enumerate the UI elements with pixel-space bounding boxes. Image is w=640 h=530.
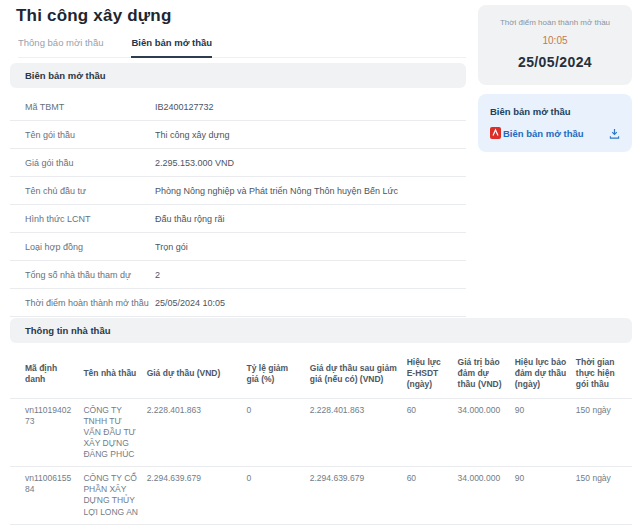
field-row-ma-tbmt: Mã TBMT IB2400127732: [10, 93, 466, 121]
table-header-row: Mã định danh Tên nhà thầu Giá dự thầu (V…: [10, 349, 632, 399]
field-row-tong-so-nha-thau: Tổng số nhà thầu tham dự 2: [10, 261, 466, 289]
cell-guarantee-validity: 90: [515, 399, 576, 467]
field-value: 2: [155, 270, 160, 280]
cell-contractor-id: vn1100615584: [10, 467, 83, 524]
column-header: Tỷ lệ giảm giá (%): [247, 349, 310, 399]
field-row-hinh-thuc-lcnt: Hình thức LCNT Đấu thầu rộng rãi: [10, 205, 466, 233]
document-row: Biên bản mở thầu: [490, 127, 620, 139]
tab-bar: Thông báo mời thầu Biên bản mở thầu: [18, 37, 466, 58]
field-row-loai-hop-dong: Loại hợp đồng Trọn gói: [10, 233, 466, 261]
bid-info-fields: Mã TBMT IB2400127732 Tên gói thầu Thi cô…: [10, 93, 466, 317]
download-icon[interactable]: [609, 128, 620, 139]
field-value: IB2400127732: [155, 102, 214, 112]
tab-thong-bao-moi-thau[interactable]: Thông báo mời thầu: [18, 37, 103, 57]
field-label: Tên chủ đầu tư: [25, 186, 155, 196]
cell-bid-price-after-discount: 2.294.639.679: [310, 467, 407, 524]
completion-date-value: 25/05/2024: [488, 54, 622, 70]
column-header: Hiệu lực bảo đảm dự thầu (ngày): [515, 349, 576, 399]
field-row-ten-chu-dau-tu: Tên chủ đầu tư Phòng Nông nghiệp và Phát…: [10, 177, 466, 205]
contractors-table: Mã định danh Tên nhà thầu Giá dự thầu (V…: [10, 349, 632, 525]
cell-ehsdt-validity: 60: [407, 467, 458, 524]
field-value: Thi công xây dựng: [155, 130, 230, 140]
table-row: vn1100615584 CÔNG TY CỔ PHẦN XÂY DỰNG TH…: [10, 467, 632, 524]
field-label: Tên gói thầu: [25, 130, 155, 140]
field-label: Mã TBMT: [25, 102, 155, 112]
document-card-title: Biên bản mở thầu: [490, 106, 620, 117]
section-header-bid-opening: Biên bản mở thầu: [10, 63, 466, 88]
field-value: Đấu thầu rộng rãi: [155, 214, 225, 224]
document-card: Biên bản mở thầu Biên bản mở thầu: [478, 94, 632, 152]
column-header: Giá dự thầu (VND): [147, 349, 247, 399]
bid-opening-panel: Biên bản mở thầu Mã TBMT IB2400127732 Tê…: [10, 63, 466, 317]
tab-bien-ban-mo-thau[interactable]: Biên bản mở thầu: [131, 37, 212, 58]
field-label: Loại hợp đồng: [25, 242, 155, 252]
table-row: vn1101940273 CÔNG TY TNHH TƯ VẤN ĐẦU TƯ …: [10, 399, 632, 467]
completion-time-value: 10:05: [488, 35, 622, 46]
completion-time-label: Thời điểm hoàn thành mở thầu: [488, 18, 622, 27]
field-label: Thời điểm hoàn thành mở thầu: [25, 298, 155, 308]
column-header: Tên nhà thầu: [83, 349, 146, 399]
field-label: Tổng số nhà thầu tham dự: [25, 270, 155, 280]
cell-guarantee-validity: 90: [515, 467, 576, 524]
field-row-thoi-diem-hoan-thanh: Thời điểm hoàn thành mở thầu 25/05/2024 …: [10, 289, 466, 317]
cell-discount-rate: 0: [247, 399, 310, 467]
column-header: Mã định danh: [10, 349, 83, 399]
column-header: Thời gian thực hiện gói thầu: [576, 349, 632, 399]
bid-opening-page: Thi công xây dựng Thông báo mời thầu Biê…: [0, 0, 640, 530]
field-value: 2.295.153.000 VND: [155, 158, 234, 168]
column-header: Giá trị bảo đảm dự thầu (VND): [458, 349, 515, 399]
right-sidebar: Thời điểm hoàn thành mở thầu 10:05 25/05…: [478, 5, 632, 152]
contractors-panel: Thông tin nhà thầu Mã định danh Tên nhà …: [10, 318, 632, 525]
cell-contractor-id: vn1101940273: [10, 399, 83, 467]
cell-guarantee-value: 34.000.000: [458, 467, 515, 524]
column-header: Hiệu lực E-HSDT (ngày): [407, 349, 458, 399]
cell-discount-rate: 0: [247, 467, 310, 524]
field-label: Hình thức LCNT: [25, 214, 155, 224]
cell-guarantee-value: 34.000.000: [458, 399, 515, 467]
field-label: Giá gói thầu: [25, 158, 155, 168]
page-title: Thi công xây dựng: [16, 6, 172, 26]
document-link-label: Biên bản mở thầu: [503, 128, 584, 139]
cell-ehsdt-validity: 60: [407, 399, 458, 467]
completion-time-card: Thời điểm hoàn thành mở thầu 10:05 25/05…: [478, 5, 632, 85]
cell-contractor-name: CÔNG TY TNHH TƯ VẤN ĐẦU TƯ XÂY DỰNG ĐĂNG…: [83, 399, 146, 467]
cell-bid-price: 2.228.401.863: [147, 399, 247, 467]
cell-execution-time: 150 ngày: [576, 467, 632, 524]
section-header-contractors: Thông tin nhà thầu: [10, 318, 632, 343]
field-row-ten-goi-thau: Tên gói thầu Thi công xây dựng: [10, 121, 466, 149]
field-value: Trọn gói: [155, 242, 188, 252]
field-value: Phòng Nông nghiệp và Phát triển Nông Thô…: [155, 186, 398, 196]
column-header: Giá dự thầu sau giảm giá (nếu có) (VND): [310, 349, 407, 399]
field-row-gia-goi-thau: Giá gói thầu 2.295.153.000 VND: [10, 149, 466, 177]
cell-bid-price-after-discount: 2.228.401.863: [310, 399, 407, 467]
bid-opening-report-link[interactable]: Biên bản mở thầu: [490, 127, 584, 139]
field-value: 25/05/2024 10:05: [155, 298, 225, 308]
cell-execution-time: 150 ngày: [576, 399, 632, 467]
cell-bid-price: 2.294.639.679: [147, 467, 247, 524]
cell-contractor-name: CÔNG TY CỔ PHẦN XÂY DỰNG THỦY LỢI LONG A…: [83, 467, 146, 524]
pdf-icon: [490, 127, 501, 139]
